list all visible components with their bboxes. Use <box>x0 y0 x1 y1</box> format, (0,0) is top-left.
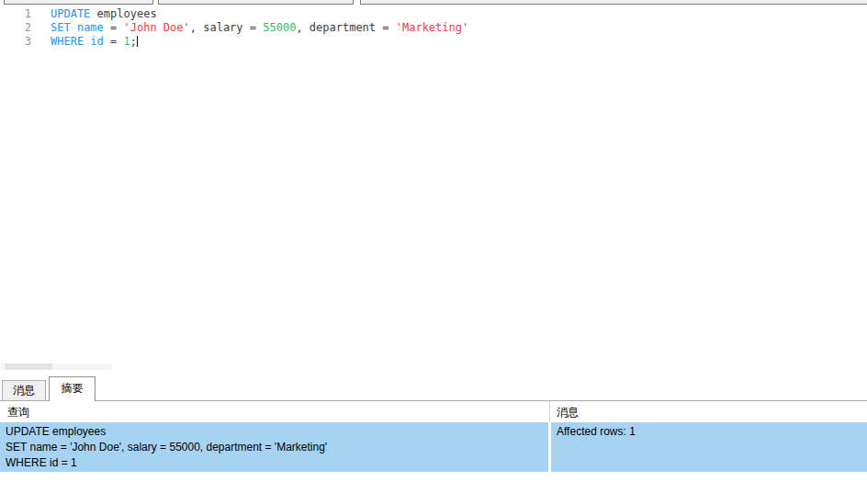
sql-editor[interactable]: 1 UPDATE employees 2 SET name = 'John Do… <box>0 6 867 362</box>
line-number: 3 <box>0 35 31 49</box>
horizontal-scrollbar[interactable] <box>0 364 112 370</box>
column-divider[interactable] <box>549 401 550 422</box>
editor-line[interactable]: 3 WHERE id = 1; <box>0 35 867 49</box>
code-text: WHERE id = 1; <box>51 35 138 49</box>
message-text: Affected rows: 1 <box>557 424 867 440</box>
code-text: SET name = 'John Doe', salary = 55000, d… <box>51 21 468 35</box>
tab-messages[interactable]: 消息 <box>2 380 46 401</box>
result-cell-message[interactable]: Affected rows: 1 <box>551 422 867 472</box>
query-editor-window: 1 UPDATE employees 2 SET name = 'John Do… <box>0 0 867 504</box>
result-cell-query[interactable]: UPDATE employees SET name = 'John Doe', … <box>0 422 548 472</box>
scrollbar-thumb[interactable] <box>5 364 52 370</box>
line-number: 1 <box>0 7 31 21</box>
column-header-message[interactable]: 消息 <box>557 405 579 420</box>
toolbar-database-combo[interactable] <box>158 0 354 5</box>
text-cursor <box>137 36 138 47</box>
code-text: UPDATE employees <box>51 7 157 21</box>
line-number: 2 <box>0 21 31 35</box>
query-line: SET name = 'John Doe', salary = 55000, d… <box>6 440 548 455</box>
editor-line[interactable]: 1 UPDATE employees <box>0 7 867 21</box>
toolbar-combo[interactable] <box>360 0 867 5</box>
query-line: WHERE id = 1 <box>6 455 548 471</box>
column-header-query[interactable]: 查询 <box>7 405 29 420</box>
tab-summary[interactable]: 摘要 <box>49 376 96 401</box>
tabbar-divider <box>0 400 867 401</box>
editor-line[interactable]: 2 SET name = 'John Doe', salary = 55000,… <box>0 21 867 35</box>
toolbar-connection-combo[interactable] <box>4 0 153 5</box>
results-header-row <box>0 401 867 422</box>
query-line: UPDATE employees <box>6 424 548 440</box>
